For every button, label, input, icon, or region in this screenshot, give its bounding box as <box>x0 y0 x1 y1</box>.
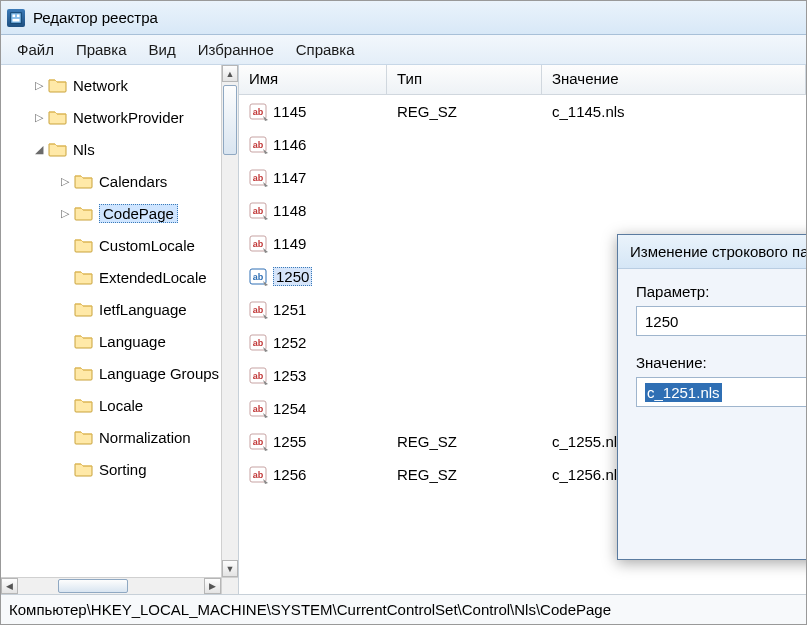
col-name[interactable]: Имя <box>239 65 387 94</box>
string-value-icon: ab <box>249 202 269 220</box>
folder-icon <box>48 108 68 126</box>
tree-item[interactable]: Sorting <box>1 453 221 485</box>
menu-edit[interactable]: Правка <box>66 37 137 62</box>
svg-text:ab: ab <box>253 404 264 414</box>
tree-item[interactable]: ▷ CodePage <box>1 197 221 229</box>
tree-vscroll-thumb[interactable] <box>223 85 237 155</box>
value-name: 1253 <box>273 367 306 384</box>
param-label: Параметр: <box>636 283 806 300</box>
registry-tree[interactable]: ▷ Network▷ NetworkProvider◢ Nls▷ Calenda… <box>1 65 221 489</box>
tree-item-label: Language <box>99 333 166 350</box>
tree-item-label: Network <box>73 77 128 94</box>
folder-icon <box>74 332 94 350</box>
expander-icon[interactable]: ◢ <box>33 143 45 156</box>
value-name: 1252 <box>273 334 306 351</box>
folder-icon <box>74 428 94 446</box>
status-bar: Компьютер\HKEY_LOCAL_MACHINE\SYSTEM\Curr… <box>1 594 806 624</box>
expander-icon[interactable]: ▷ <box>59 207 71 220</box>
tree-vscrollbar[interactable]: ▲ ▼ <box>221 65 238 577</box>
tree-item-label: Language Groups <box>99 365 219 382</box>
value-name: 1149 <box>273 235 306 252</box>
svg-rect-0 <box>11 12 22 23</box>
string-value-icon: ab <box>249 235 269 253</box>
string-value-icon: ab <box>249 301 269 319</box>
tree-item-label: Calendars <box>99 173 167 190</box>
value-name: 1148 <box>273 202 306 219</box>
dialog-title: Изменение строкового параметра <box>618 235 806 269</box>
scroll-up-icon[interactable]: ▲ <box>222 65 238 82</box>
value-field-text: c_1251.nls <box>645 383 722 402</box>
col-value[interactable]: Значение <box>542 65 806 94</box>
tree-item[interactable]: Normalization <box>1 421 221 453</box>
tree-item[interactable]: Language Groups <box>1 357 221 389</box>
tree-item-label: Normalization <box>99 429 191 446</box>
tree-item[interactable]: Language <box>1 325 221 357</box>
tree-item-label: Sorting <box>99 461 147 478</box>
value-name: 1145 <box>273 103 306 120</box>
menu-view[interactable]: Вид <box>139 37 186 62</box>
scroll-left-icon[interactable]: ◀ <box>1 578 18 594</box>
scroll-down-icon[interactable]: ▼ <box>222 560 238 577</box>
svg-text:ab: ab <box>253 206 264 216</box>
svg-text:ab: ab <box>253 305 264 315</box>
tree-hscroll-thumb[interactable] <box>58 579 128 593</box>
value-row[interactable]: ab 1148 <box>239 194 806 227</box>
value-name: 1147 <box>273 169 306 186</box>
expander-icon[interactable]: ▷ <box>33 79 45 92</box>
col-type[interactable]: Тип <box>387 65 542 94</box>
value-name: 1250 <box>273 267 312 286</box>
tree-item[interactable]: ▷ NetworkProvider <box>1 101 221 133</box>
menu-bar: Файл Правка Вид Избранное Справка <box>1 35 806 65</box>
expander-icon[interactable]: ▷ <box>59 175 71 188</box>
folder-icon <box>74 396 94 414</box>
tree-item[interactable]: ExtendedLocale <box>1 261 221 293</box>
edit-string-dialog: Изменение строкового параметра Параметр:… <box>617 234 806 560</box>
tree-item-label: ExtendedLocale <box>99 269 207 286</box>
tree-item-label: CustomLocale <box>99 237 195 254</box>
string-value-icon: ab <box>249 367 269 385</box>
string-value-icon: ab <box>249 400 269 418</box>
svg-text:ab: ab <box>253 338 264 348</box>
tree-hscrollbar[interactable]: ◀ ▶ <box>1 577 221 594</box>
value-name: 1255 <box>273 433 306 450</box>
tree-item[interactable]: ▷ Calendars <box>1 165 221 197</box>
value-data: c_1145.nls <box>542 103 806 120</box>
value-field[interactable]: c_1251.nls <box>636 377 806 407</box>
string-value-icon: ab <box>249 433 269 451</box>
value-type: REG_SZ <box>387 466 542 483</box>
folder-icon <box>74 236 94 254</box>
param-field <box>636 306 806 336</box>
tree-item[interactable]: IetfLanguage <box>1 293 221 325</box>
tree-item-label: IetfLanguage <box>99 301 187 318</box>
svg-text:ab: ab <box>253 107 264 117</box>
tree-pane: ▷ Network▷ NetworkProvider◢ Nls▷ Calenda… <box>1 65 239 594</box>
svg-text:ab: ab <box>253 371 264 381</box>
tree-item-label: CodePage <box>99 204 178 223</box>
window-title: Редактор реестра <box>33 9 158 26</box>
svg-rect-3 <box>13 18 20 21</box>
tree-item[interactable]: Locale <box>1 389 221 421</box>
folder-icon <box>48 76 68 94</box>
value-row[interactable]: ab 1147 <box>239 161 806 194</box>
string-value-icon: ab <box>249 268 269 286</box>
folder-icon <box>48 140 68 158</box>
title-bar: Редактор реестра <box>1 1 806 35</box>
scroll-right-icon[interactable]: ▶ <box>204 578 221 594</box>
tree-item[interactable]: CustomLocale <box>1 229 221 261</box>
string-value-icon: ab <box>249 466 269 484</box>
expander-icon[interactable]: ▷ <box>33 111 45 124</box>
folder-icon <box>74 204 94 222</box>
menu-file[interactable]: Файл <box>7 37 64 62</box>
folder-icon <box>74 172 94 190</box>
menu-help[interactable]: Справка <box>286 37 365 62</box>
value-row[interactable]: ab 1145REG_SZc_1145.nls <box>239 95 806 128</box>
menu-favorites[interactable]: Избранное <box>188 37 284 62</box>
tree-item[interactable]: ◢ Nls <box>1 133 221 165</box>
values-header: Имя Тип Значение <box>239 65 806 95</box>
value-name: 1251 <box>273 301 306 318</box>
svg-rect-1 <box>13 14 16 17</box>
svg-text:ab: ab <box>253 470 264 480</box>
tree-item-label: NetworkProvider <box>73 109 184 126</box>
tree-item[interactable]: ▷ Network <box>1 69 221 101</box>
value-row[interactable]: ab 1146 <box>239 128 806 161</box>
